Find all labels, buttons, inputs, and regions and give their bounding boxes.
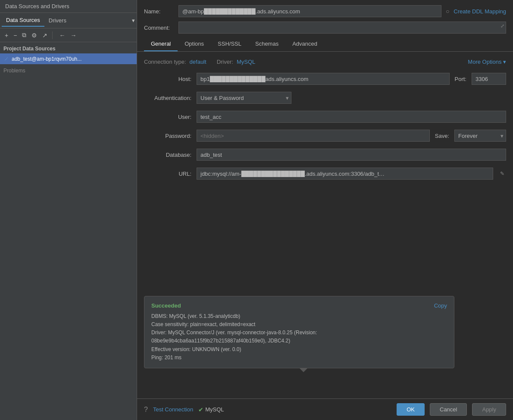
conn-type-label: Connection type:: [144, 59, 186, 65]
remove-btn[interactable]: −: [11, 31, 19, 40]
success-line4: 08be9e9b4cba6aa115f9b27b215887af40b159e0…: [151, 337, 447, 345]
save-select-wrapper: Forever: [454, 130, 506, 142]
name-row: Name: ○ Create DDL Mapping: [137, 0, 513, 20]
password-input[interactable]: [197, 130, 430, 142]
ok-button[interactable]: OK: [397, 403, 425, 416]
user-input[interactable]: [197, 111, 506, 123]
tab-schemas[interactable]: Schemas: [248, 37, 285, 51]
user-row: User:: [144, 111, 506, 123]
create-ddl-link[interactable]: Create DDL Mapping: [454, 8, 506, 15]
help-btn[interactable]: ?: [144, 406, 148, 414]
tab-dropdown-btn[interactable]: ▾: [132, 17, 135, 24]
database-label: Database:: [144, 152, 191, 158]
expand-icon[interactable]: ⤢: [500, 23, 504, 29]
copy-button[interactable]: Copy: [434, 302, 447, 309]
comment-label: Comment:: [144, 25, 174, 31]
save-select[interactable]: Forever: [454, 130, 506, 142]
comment-row: Comment: ⤢: [137, 20, 513, 37]
port-input[interactable]: [472, 73, 506, 85]
url-input[interactable]: [197, 168, 493, 180]
main-layout: Data Sources and Drivers Data Sources Dr…: [0, 0, 513, 420]
driver-label: Driver:: [217, 59, 233, 65]
port-label: Port:: [455, 76, 466, 82]
left-panel: Data Sources and Drivers Data Sources Dr…: [0, 0, 137, 420]
tabs-row: General Options SSH/SSL Schemas Advanced: [137, 37, 513, 52]
tab-drivers[interactable]: Drivers: [44, 15, 71, 26]
cancel-button[interactable]: Cancel: [430, 403, 467, 416]
test-check-icon: ✔: [198, 406, 203, 413]
name-toggle-icon[interactable]: ○: [446, 8, 449, 15]
add-btn[interactable]: +: [3, 31, 10, 40]
export-btn[interactable]: ↗: [40, 31, 50, 40]
test-status-label: MySQL: [205, 406, 224, 413]
toolbar-separator: [52, 31, 53, 39]
project-data-sources-label: Project Data Sources: [0, 42, 137, 53]
url-label: URL:: [144, 171, 191, 177]
auth-row: Authentication: User & Password: [144, 92, 506, 104]
tree-item-label: adb_test@am-bp1rqvm70uh...: [12, 56, 81, 62]
comment-input[interactable]: [178, 22, 506, 34]
problems-label: Problems: [3, 68, 25, 74]
conn-type-row: Connection type: default Driver: MySQL M…: [144, 59, 506, 65]
success-line2: Case sensitivity: plain=exact, delimited…: [151, 320, 447, 329]
test-status: ✔ MySQL: [198, 406, 224, 413]
db-icon: ⟋: [3, 56, 9, 62]
success-line5: Effective version: UNKNOWN (ver. 0.0): [151, 345, 447, 354]
auth-select-wrapper: User & Password: [197, 92, 291, 104]
back-btn[interactable]: ←: [57, 31, 67, 40]
bottom-bar: ? Test Connection ✔ MySQL OK Cancel Appl…: [137, 398, 513, 420]
more-options-btn[interactable]: More Options ▾: [468, 59, 506, 65]
host-label: Host:: [144, 76, 191, 82]
url-expand-icon[interactable]: ✎: [498, 169, 506, 178]
name-label: Name:: [144, 8, 174, 15]
user-label: User:: [144, 114, 191, 120]
forward-btn[interactable]: →: [68, 31, 78, 40]
host-input[interactable]: [197, 73, 450, 85]
tab-advanced[interactable]: Advanced: [285, 37, 324, 51]
success-line3: Driver: MySQL Connector/J (ver. mysql-co…: [151, 329, 447, 337]
host-row: Host: Port:: [144, 73, 506, 85]
copy-btn[interactable]: ⧉: [20, 30, 28, 40]
tree-item-adb[interactable]: ⟋ adb_test@am-bp1rqvm70uh...: [0, 53, 137, 64]
tab-sshssl[interactable]: SSH/SSL: [211, 37, 248, 51]
database-input[interactable]: [197, 149, 506, 161]
settings-btn[interactable]: ⚙: [29, 31, 39, 40]
tab-options[interactable]: Options: [178, 37, 211, 51]
panel-tabs: Data Sources Drivers ▾: [0, 13, 137, 28]
content-area: Connection type: default Driver: MySQL M…: [137, 52, 513, 398]
success-line6: Ping: 201 ms: [151, 354, 447, 362]
password-row: Password: Save: Forever: [144, 130, 506, 142]
password-label: Password:: [144, 133, 191, 139]
success-line1: DBMS: MySQL (ver. 5.1.35-analyticdb): [151, 312, 447, 320]
tab-general[interactable]: General: [144, 37, 178, 51]
success-body: DBMS: MySQL (ver. 5.1.35-analyticdb) Cas…: [151, 312, 447, 362]
toolbar: + − ⧉ ⚙ ↗ ← →: [0, 28, 137, 42]
driver-value[interactable]: MySQL: [237, 59, 255, 65]
test-connection-label: Test Connection: [153, 406, 193, 413]
conn-type-value[interactable]: default: [190, 59, 206, 65]
right-panel: Name: ○ Create DDL Mapping Comment: ⤢ Ge…: [137, 0, 513, 420]
comment-wrapper: ⤢: [178, 22, 506, 34]
database-row: Database:: [144, 149, 506, 161]
test-connection-btn[interactable]: Test Connection: [153, 406, 193, 413]
problems-section: Problems: [0, 64, 137, 77]
success-title: Succeeded: [151, 302, 447, 309]
tab-datasources[interactable]: Data Sources: [2, 14, 44, 27]
name-input[interactable]: [178, 5, 441, 17]
auth-select[interactable]: User & Password: [197, 92, 291, 104]
title-bar-label: Data Sources and Drivers: [5, 3, 69, 9]
apply-button[interactable]: Apply: [472, 403, 506, 416]
success-popup: Succeeded Copy DBMS: MySQL (ver. 5.1.35-…: [144, 296, 454, 368]
popup-arrow: [299, 368, 308, 372]
url-row: URL: ✎: [144, 168, 506, 180]
save-label: Save:: [435, 133, 449, 139]
title-bar: Data Sources and Drivers: [0, 0, 137, 13]
auth-label: Authentication:: [144, 95, 191, 101]
